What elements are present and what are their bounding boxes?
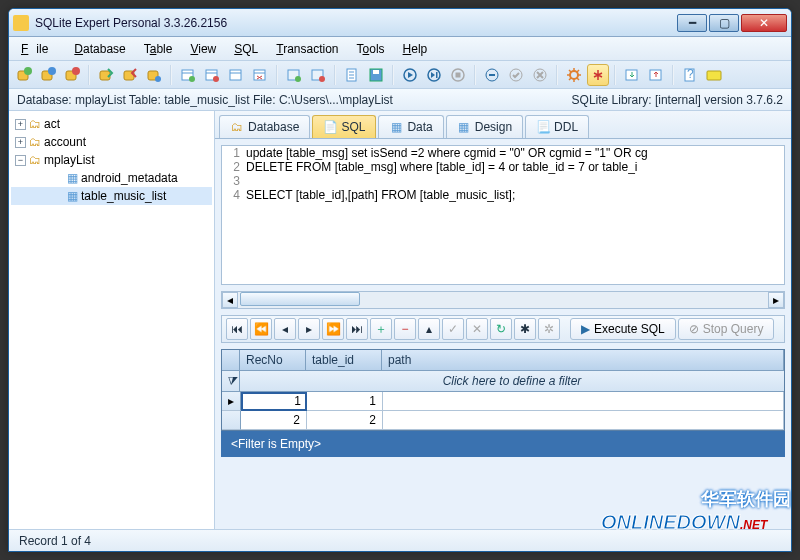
nav-delete[interactable]: − (394, 318, 416, 340)
col-recno[interactable]: RecNo (240, 350, 306, 370)
scroll-right[interactable]: ▸ (768, 292, 784, 308)
tree-item-account[interactable]: + 🗂 account (11, 133, 212, 151)
tb-commit-tx[interactable] (505, 64, 527, 86)
nav-refresh[interactable]: ↻ (490, 318, 512, 340)
expand-icon[interactable]: + (15, 119, 26, 130)
scroll-thumb[interactable] (240, 292, 360, 306)
cell-path[interactable] (383, 411, 784, 430)
result-grid[interactable]: RecNo table_id path ⧩ Click here to defi… (221, 349, 785, 431)
tb-export[interactable] (645, 64, 667, 86)
tb-view-new[interactable] (283, 64, 305, 86)
col-table-id[interactable]: table_id (306, 350, 382, 370)
tb-options[interactable] (563, 64, 585, 86)
window-title: SQLite Expert Personal 3.3.26.2156 (35, 16, 227, 30)
scroll-left[interactable]: ◂ (222, 292, 238, 308)
row-selector-header[interactable] (222, 350, 240, 370)
nav-last[interactable]: ⏭ (346, 318, 368, 340)
close-button[interactable]: ✕ (741, 14, 787, 32)
menu-database[interactable]: Database (66, 40, 133, 58)
tree-item-act[interactable]: + 🗂 act (11, 115, 212, 133)
nav-edit[interactable]: ▴ (418, 318, 440, 340)
cell-recno[interactable]: 2 (241, 411, 307, 430)
tb-db-attach[interactable] (95, 64, 117, 86)
minimize-button[interactable]: ━ (677, 14, 707, 32)
scroll-track[interactable] (238, 292, 768, 308)
tb-table-rename[interactable] (225, 64, 247, 86)
editor-hscroll[interactable]: ◂ ▸ (221, 291, 785, 309)
tb-rollback-tx[interactable] (529, 64, 551, 86)
nav-post[interactable]: ✓ (442, 318, 464, 340)
table-row[interactable]: 2 2 (222, 411, 784, 430)
tb-table-new[interactable] (177, 64, 199, 86)
tb-db-refresh[interactable] (143, 64, 165, 86)
stop-query-button[interactable]: ⊘ Stop Query (678, 318, 775, 340)
col-path[interactable]: path (382, 350, 784, 370)
expand-icon[interactable]: + (15, 137, 26, 148)
nav-bookmark[interactable]: ✱ (514, 318, 536, 340)
menu-file[interactable]: File (13, 40, 64, 58)
database-icon: 🗂 (29, 135, 41, 149)
tb-db-detach[interactable] (119, 64, 141, 86)
tree-item-mplaylist[interactable]: − 🗂 mplayList (11, 151, 212, 169)
menu-table[interactable]: Table (136, 40, 181, 58)
tab-data[interactable]: ▦Data (378, 115, 443, 138)
nav-goto-bookmark[interactable]: ✲ (538, 318, 560, 340)
tb-table-delete[interactable] (201, 64, 223, 86)
filter-status[interactable]: <Filter is Empty> (221, 431, 785, 457)
tb-sql-open[interactable] (341, 64, 363, 86)
tb-about[interactable] (703, 64, 725, 86)
info-left: Database: mplayList Table: table_music_l… (17, 93, 393, 107)
tb-begin-tx[interactable] (481, 64, 503, 86)
tab-sql[interactable]: 📄SQL (312, 115, 376, 138)
tb-table-empty[interactable] (249, 64, 271, 86)
tb-execute-step[interactable] (423, 64, 445, 86)
nav-cancel[interactable]: ✕ (466, 318, 488, 340)
cell-table-id[interactable]: 1 (307, 392, 383, 411)
tab-database[interactable]: 🗂Database (219, 115, 310, 138)
database-tree[interactable]: + 🗂 act + 🗂 account − 🗂 mplayList ▦ andr… (9, 111, 215, 529)
tb-db-open[interactable] (37, 64, 59, 86)
tab-ddl[interactable]: 📃DDL (525, 115, 589, 138)
database-icon: 🗂 (29, 117, 41, 131)
nav-next[interactable]: ▸ (298, 318, 320, 340)
design-icon: ▦ (457, 120, 471, 134)
menu-tools[interactable]: Tools (349, 40, 393, 58)
nav-first[interactable]: ⏮ (226, 318, 248, 340)
tree-label: account (44, 135, 86, 149)
cell-recno[interactable]: 1 (241, 392, 307, 411)
table-row[interactable]: ▸ 1 1 (222, 392, 784, 411)
maximize-button[interactable]: ▢ (709, 14, 739, 32)
tb-help[interactable]: ? (679, 64, 701, 86)
filter-hint[interactable]: Click here to define a filter (240, 371, 784, 391)
svg-point-12 (189, 76, 195, 82)
menu-view[interactable]: View (182, 40, 224, 58)
nav-prev[interactable]: ◂ (274, 318, 296, 340)
tb-execute[interactable] (399, 64, 421, 86)
filter-row[interactable]: ⧩ Click here to define a filter (222, 371, 784, 392)
tb-db-new[interactable] (13, 64, 35, 86)
tab-design[interactable]: ▦Design (446, 115, 523, 138)
nav-next-page[interactable]: ⏩ (322, 318, 344, 340)
svg-point-3 (48, 67, 56, 75)
execute-sql-button[interactable]: ▶ Execute SQL (570, 318, 676, 340)
nav-insert[interactable]: ＋ (370, 318, 392, 340)
tb-import[interactable] (621, 64, 643, 86)
cell-path[interactable] (383, 392, 784, 411)
info-right: SQLite Library: [internal] version 3.7.6… (572, 93, 783, 107)
menu-help[interactable]: Help (395, 40, 436, 58)
tb-debug[interactable] (587, 64, 609, 86)
tb-sql-save[interactable] (365, 64, 387, 86)
svg-rect-31 (456, 72, 461, 77)
collapse-icon[interactable]: − (15, 155, 26, 166)
cell-table-id[interactable]: 2 (307, 411, 383, 430)
tb-stop[interactable] (447, 64, 469, 86)
tb-view-delete[interactable] (307, 64, 329, 86)
tree-item-android-metadata[interactable]: ▦ android_metadata (11, 169, 212, 187)
tree-item-table-music-list[interactable]: ▦ table_music_list (11, 187, 212, 205)
titlebar[interactable]: SQLite Expert Personal 3.3.26.2156 ━ ▢ ✕ (9, 9, 791, 37)
tb-db-close[interactable] (61, 64, 83, 86)
sql-editor[interactable]: 1update [table_msg] set isSend =2 where … (221, 145, 785, 285)
nav-prev-page[interactable]: ⏪ (250, 318, 272, 340)
menu-transaction[interactable]: Transaction (268, 40, 346, 58)
menu-sql[interactable]: SQL (226, 40, 266, 58)
